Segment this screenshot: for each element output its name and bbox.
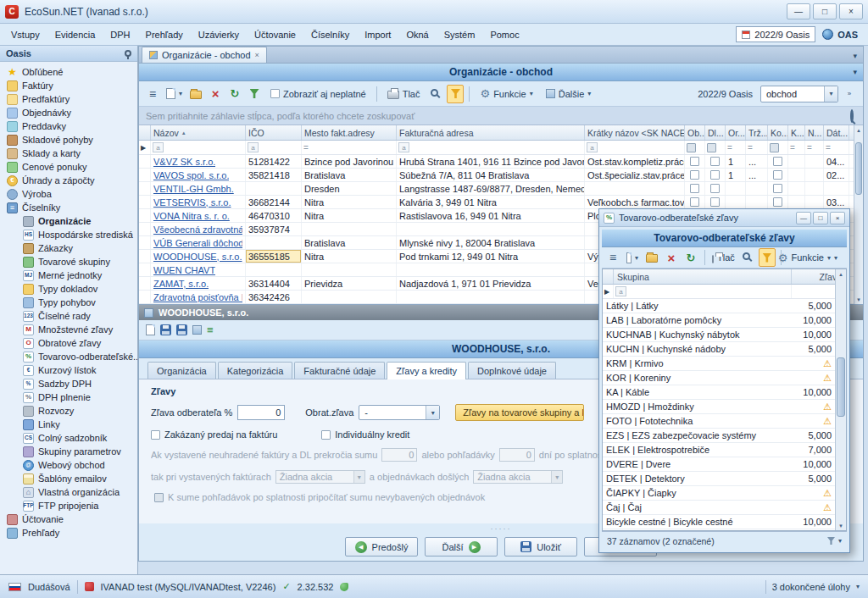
org-table-row[interactable]: V&VZ SK s.r.o. 51281422 Bzince pod Javor… xyxy=(139,155,854,169)
filter-cell[interactable]: = xyxy=(788,141,805,154)
search-icon[interactable] xyxy=(850,109,854,123)
sidebar-item[interactable]: Typy pohybov xyxy=(0,296,137,309)
filter-type-icon[interactable]: a xyxy=(615,286,626,296)
filter-edit-button[interactable] xyxy=(246,85,263,103)
hierarchy-icon[interactable] xyxy=(192,325,202,335)
oas-button[interactable]: OAS xyxy=(822,29,858,40)
delete-button[interactable] xyxy=(663,248,680,267)
detail-tab[interactable]: Kategorizácia xyxy=(218,362,293,379)
checkbox[interactable] xyxy=(710,170,720,180)
filter-cell[interactable]: a xyxy=(151,141,246,154)
period-selector[interactable]: 2022/9 Oasis xyxy=(736,26,815,42)
column-header[interactable]: Fakturačná adresa xyxy=(397,125,585,140)
checkbox[interactable] xyxy=(773,197,782,207)
sidebar-item[interactable]: % Sadzby DPH xyxy=(0,377,137,390)
org-table-row[interactable]: VENTIL-GH Gmbh. Dresden Langstrasse 1487… xyxy=(139,182,854,196)
toolbar-menu-button[interactable] xyxy=(604,248,621,267)
column-header[interactable]: IČO xyxy=(246,125,302,140)
combo-dropdown-icon[interactable]: ▾ xyxy=(824,86,837,102)
filter-type-icon[interactable]: a xyxy=(153,142,164,152)
column-header[interactable]: Ob... xyxy=(685,125,705,140)
toolbar-menu-button[interactable] xyxy=(144,85,161,103)
sidebar-item[interactable]: MJ Merné jednotky xyxy=(0,269,137,282)
discount-row[interactable]: KA | Káble 10,000⚠ xyxy=(603,385,835,400)
tab-list-dropdown-icon[interactable]: ▾ xyxy=(853,52,863,63)
detail-tab[interactable]: Zľavy a kredity xyxy=(387,362,466,379)
view-combo[interactable]: obchod▾ xyxy=(760,86,838,102)
filter-cell[interactable]: a xyxy=(397,141,585,154)
filter-toggle-button[interactable] xyxy=(759,248,776,267)
checkbox[interactable] xyxy=(710,184,720,193)
discount-input[interactable]: 0 xyxy=(237,405,285,420)
toolbar-period-label[interactable]: 2022/9 Oasis xyxy=(693,85,758,103)
sidebar-item[interactable]: Účtovanie xyxy=(0,512,137,526)
filter-type-icon[interactable]: a xyxy=(248,142,259,152)
refresh-button[interactable] xyxy=(226,85,243,103)
menu-item[interactable]: Číselníky xyxy=(303,26,357,43)
sidebar-item[interactable]: Skladové pohyby xyxy=(0,133,137,147)
sidebar-item[interactable]: Obľúbené xyxy=(0,65,137,79)
tab-close-icon[interactable]: × xyxy=(255,51,259,59)
column-header[interactable]: Názov xyxy=(151,125,246,140)
previous-button[interactable]: ◀Predošlý xyxy=(345,537,418,556)
org-name-link[interactable]: VONA Nitra s. r. o. xyxy=(153,211,230,221)
sidebar-item[interactable]: Sklady a karty xyxy=(0,147,137,160)
sidebar-item[interactable]: FTP FTP pripojenia xyxy=(0,499,137,512)
pin-icon[interactable] xyxy=(125,50,131,57)
checkbox[interactable] xyxy=(710,197,720,207)
print-button[interactable]: Tlač xyxy=(382,85,426,103)
sidebar-item[interactable]: Preddavky xyxy=(0,119,137,133)
funnel-icon[interactable] xyxy=(827,537,835,545)
sidebar-item[interactable]: Tovarové skupiny xyxy=(0,255,137,269)
filter-cell[interactable]: a xyxy=(614,285,792,298)
org-name-link[interactable]: WUEN CHAVT xyxy=(153,265,215,275)
org-name-link[interactable]: VÚB Generali dôchodková sprá... xyxy=(153,238,242,248)
checkbox[interactable] xyxy=(773,170,782,180)
functions-dropdown[interactable]: Funkcie▾ xyxy=(475,85,537,103)
menu-item[interactable]: Systém xyxy=(437,26,483,43)
menu-item[interactable]: Prehľady xyxy=(138,26,191,43)
menu-item[interactable]: Import xyxy=(357,26,398,43)
menu-item[interactable]: Uzávierky xyxy=(191,26,247,43)
sidebar-item[interactable]: Zákazky xyxy=(0,241,137,255)
print-button[interactable]: Tlač xyxy=(710,248,737,267)
new-document-icon[interactable] xyxy=(146,324,155,335)
open-button[interactable] xyxy=(187,85,204,103)
save-icon[interactable] xyxy=(160,324,171,335)
discount-row[interactable]: Bicykle cestné | Bicykle cestné 10,000⚠ xyxy=(603,515,835,529)
sidebar-item[interactable]: HS Hospodárske strediská xyxy=(0,228,137,241)
menu-item[interactable]: Pomoc xyxy=(482,26,526,43)
menu-item[interactable]: DPH xyxy=(103,26,137,43)
add-orders-checkbox[interactable]: K sume pohľadávok po splatnosti pripočít… xyxy=(154,492,485,502)
discount-row[interactable]: KRM | Krmivo ⚠ xyxy=(603,357,835,371)
org-name-link[interactable]: Všeobecná zdravotná poisťovňa xyxy=(153,224,242,235)
sidebar-item[interactable]: Výroba xyxy=(0,187,137,201)
column-header[interactable]: Trž... xyxy=(746,125,768,140)
discount-row[interactable]: Látky | Látky 5,000⚠ xyxy=(603,299,835,313)
filter-cell[interactable] xyxy=(685,141,705,154)
filter-type-icon[interactable]: a xyxy=(398,142,409,152)
sidebar-item[interactable]: O Obratové zľavy xyxy=(0,336,137,350)
discount-row[interactable]: HMOZD | Hmoždinky ⚠ xyxy=(603,400,835,414)
individual-credit-checkbox[interactable]: Individuálny kredit xyxy=(321,429,409,440)
filter-cell[interactable]: = xyxy=(824,141,849,154)
sidebar-item[interactable]: Organizácie xyxy=(0,214,137,228)
filter-cell[interactable]: a xyxy=(585,141,685,154)
column-header[interactable]: Mesto fakt.adresy xyxy=(302,125,397,140)
sidebar-item[interactable]: Prehľady xyxy=(0,526,137,540)
tab-organizacie-obchod[interactable]: Organizácie - obchod × xyxy=(142,47,267,63)
discount-row[interactable]: DETEK | Detektory 5,000⚠ xyxy=(603,472,835,486)
checkbox[interactable] xyxy=(690,170,699,180)
sidebar-item[interactable]: Objednávky xyxy=(0,106,137,119)
menu-item[interactable]: Vstupy xyxy=(3,26,47,43)
discount-row[interactable]: KOR | Koreniny ⚠ xyxy=(603,371,835,385)
discount-row[interactable]: ELEK | Elektrospotrebiče 7,000⚠ xyxy=(603,443,835,457)
column-header[interactable]: K... xyxy=(788,125,805,140)
detail-tab[interactable]: Doplnkové údaje xyxy=(468,362,556,379)
sidebar-item[interactable]: Cenové ponuky xyxy=(0,160,137,174)
sidebar-item[interactable]: M Množstevné zľavy xyxy=(0,323,137,336)
next-button[interactable]: Ďalší▶ xyxy=(425,537,498,556)
org-name-link[interactable]: Zdravotná poisťovňa Dôvera xyxy=(153,292,242,302)
menu-item[interactable]: Evidencia xyxy=(47,26,103,43)
delete-button[interactable] xyxy=(207,85,224,103)
